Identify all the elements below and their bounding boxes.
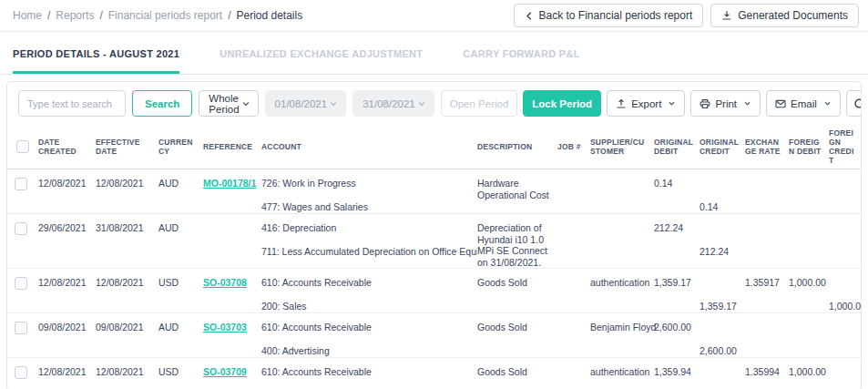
date-from-select: 01/08/2021 (265, 90, 347, 117)
search-input[interactable] (18, 90, 126, 117)
period-select-value: Whole Period (209, 93, 239, 115)
currency-cell: USD (158, 366, 203, 378)
account-debit-line: 610: Accounts Receivable (261, 366, 473, 378)
foreign-credit-cell (829, 322, 861, 345)
table-row: 29/06/2021 31/08/2021 AUD 416: Depreciat… (7, 214, 861, 269)
row-checkbox[interactable] (15, 178, 27, 190)
lock-period-button[interactable]: Lock Period (523, 90, 601, 117)
table-row: 12/08/2021 12/08/2021 USD SO-03708 610: … (7, 269, 861, 313)
upload-icon (616, 98, 627, 109)
column-header-supplier-customer: SUPPLIER/CUSTOMER (590, 138, 654, 156)
top-bar: Home/Reports/Financial periods report/Pe… (0, 0, 868, 32)
export-button[interactable]: Export (607, 90, 685, 117)
printer-icon (700, 98, 710, 109)
period-details-panel: Search Whole Period 01/08/2021 31/08/202… (6, 81, 862, 389)
effective-date-cell: 31/08/2021 (96, 222, 158, 234)
account-debit-line: 610: Accounts Receivable (261, 277, 473, 289)
date-created-cell: 09/08/2021 (38, 322, 96, 333)
supplier-customer-cell: authentication (590, 366, 654, 378)
supplier-customer-cell: Benjamin Floyd (590, 322, 654, 333)
reference-link[interactable]: SO-03708 (203, 277, 247, 288)
refresh-button[interactable] (846, 90, 862, 117)
exchange-rate-cell: 1.35917 (745, 277, 789, 289)
description-cell: Goods Sold (477, 366, 557, 378)
account-cell: 610: Accounts Receivable 400: Advertisin… (261, 322, 477, 357)
period-select[interactable]: Whole Period (199, 90, 258, 117)
refresh-icon (853, 97, 862, 109)
breadcrumb-item-home[interactable]: Home (13, 9, 42, 22)
original-debit-cell: 1,359.17 (654, 277, 700, 289)
column-header-effective-date: EFFECTIVE DATE (96, 138, 158, 156)
column-header-account: ACCOUNT (261, 142, 477, 151)
print-button[interactable]: Print (690, 90, 761, 117)
select-all-checkbox[interactable] (16, 140, 29, 153)
original-credit-cell: 0.14 (700, 178, 745, 213)
original-credit-cell: 1,359.17 (700, 277, 745, 312)
search-button[interactable]: Search (132, 90, 192, 117)
column-header-description: DESCRIPTION (477, 142, 557, 151)
column-header-job: JOB # (557, 142, 590, 151)
original-debit-cell: 212.24 (654, 222, 700, 234)
table-row: 09/08/2021 09/08/2021 AUD SO-03703 610: … (7, 313, 861, 358)
date-created-cell: 12/08/2021 (38, 277, 96, 289)
email-label: Email (791, 98, 817, 109)
column-header-reference: REFERENCE (203, 142, 261, 151)
date-from-value: 01/08/2021 (275, 98, 328, 109)
reference-link[interactable]: SO-03709 (203, 366, 247, 377)
account-credit-line: 400: Advertising (261, 345, 473, 357)
generated-documents-button[interactable]: Generated Documents (710, 4, 859, 27)
tab-carry-forward-p-l[interactable]: CARRY FORWARD P&L (463, 48, 579, 74)
tab-period-details-august-2021[interactable]: PERIOD DETAILS - AUGUST 2021 (13, 48, 179, 74)
description-cell: Hardware Operational Cost (477, 178, 557, 200)
row-checkbox[interactable] (15, 366, 27, 379)
table-body: 12/08/2021 12/08/2021 AUD MO-00178/1 726… (7, 169, 861, 389)
foreign-debit-cell: 1,000.00 (789, 366, 829, 378)
reference-link[interactable]: MO-00178/1 (203, 178, 256, 189)
effective-date-cell: 12/08/2021 (96, 366, 158, 378)
tabs-bar: PERIOD DETAILS - AUGUST 2021UNREALIZED E… (0, 32, 868, 75)
column-header-foreign-debit: FOREIGN DEBIT (789, 138, 829, 156)
export-label: Export (631, 98, 661, 109)
breadcrumb-separator: / (47, 9, 50, 22)
table-header: DATE CREATED EFFECTIVE DATE CURRENCY REF… (7, 125, 861, 169)
account-debit-line: 610: Accounts Receivable (261, 322, 473, 333)
back-to-financial-periods-report-button[interactable]: Back to Financial periods report (514, 4, 704, 27)
reference-link[interactable]: SO-03703 (203, 322, 247, 333)
print-label: Print (715, 98, 737, 109)
table-row: 12/08/2021 12/08/2021 USD SO-03709 610: … (7, 358, 861, 389)
foreign-credit-cell (829, 222, 861, 246)
effective-date-cell: 12/08/2021 (96, 178, 158, 189)
account-debit-line: 726: Work in Progress (261, 178, 473, 189)
account-cell: 416: Depreciation 711: Less Accumulated … (261, 222, 477, 258)
chevron-left-icon (525, 11, 534, 21)
breadcrumb-item-financial-periods-report[interactable]: Financial periods report (108, 9, 222, 22)
account-cell: 610: Accounts Receivable 200: Sales (261, 366, 477, 389)
envelope-icon (775, 98, 786, 109)
description-cell: Depreciation of Hyundai i10 1.0 MPi SE C… (477, 222, 557, 268)
tab-unrealized-exchange-adjustment[interactable]: UNREALIZED EXCHANGE ADJUSTMENT (220, 48, 423, 74)
foreign-credit-cell (829, 178, 861, 201)
date-created-cell: 29/06/2021 (38, 222, 96, 234)
email-button[interactable]: Email (766, 90, 841, 117)
row-checkbox[interactable] (15, 322, 27, 334)
currency-cell: AUD (158, 322, 203, 333)
foreign-credit-cell: 1,000.00 (829, 277, 861, 312)
chevron-down-icon (417, 99, 426, 108)
breadcrumb-separator: / (228, 9, 230, 22)
effective-date-cell: 09/08/2021 (96, 322, 158, 333)
chevron-down-icon (743, 99, 751, 107)
breadcrumb-item-reports[interactable]: Reports (56, 9, 94, 22)
row-checkbox[interactable] (15, 222, 27, 235)
currency-cell: USD (158, 277, 203, 289)
row-checkbox[interactable] (15, 277, 27, 290)
top-bar-buttons: Back to Financial periods report Generat… (514, 4, 859, 27)
description-cell: Goods Sold (477, 277, 557, 289)
date-to-select: 31/08/2021 (352, 90, 434, 117)
column-header-original-debit: ORIGINAL DEBIT (654, 138, 700, 156)
open-period-button: Open Period (441, 90, 518, 117)
currency-cell: AUD (158, 222, 203, 234)
column-header-foreign-credit: FOREIGN CREDIT (829, 128, 861, 165)
date-to-value: 31/08/2021 (363, 98, 415, 109)
download-icon (721, 10, 732, 21)
account-cell: 610: Accounts Receivable 200: Sales (261, 277, 477, 312)
